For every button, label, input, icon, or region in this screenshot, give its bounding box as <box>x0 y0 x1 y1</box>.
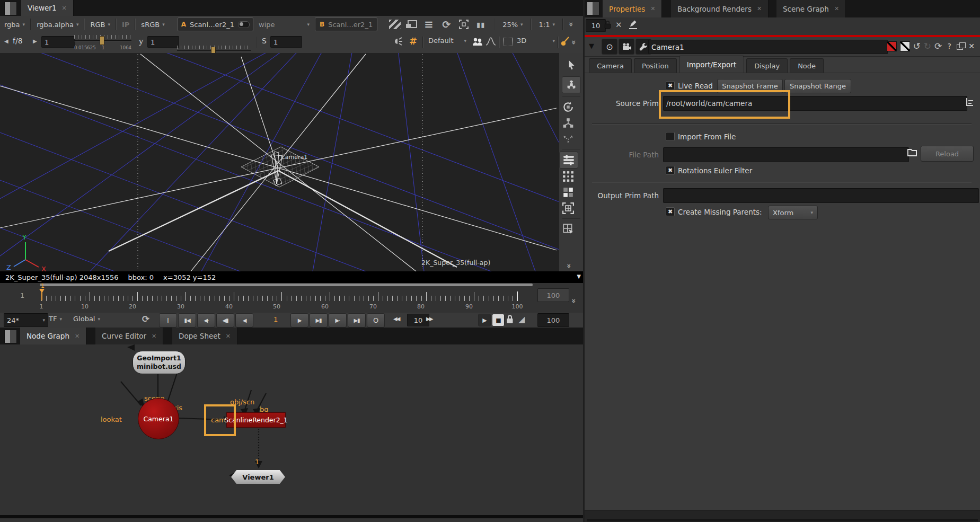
horizontal-scrollbar[interactable] <box>587 519 978 521</box>
camera-icon[interactable] <box>619 39 634 55</box>
viewer-lut-select[interactable]: Default▾ <box>428 37 466 45</box>
layer-select[interactable]: rgba▾ <box>4 21 25 29</box>
center-node-icon[interactable]: ⊙ <box>602 39 617 55</box>
pixel-aspect-select[interactable]: 1:1▾ <box>537 21 557 29</box>
gain-input[interactable]: 1 <box>41 36 75 48</box>
node-color-swatch[interactable] <box>887 41 897 51</box>
select-tool-icon[interactable] <box>562 57 580 73</box>
tab-node[interactable]: Node <box>790 58 824 73</box>
playback-range-end-box[interactable]: 100 <box>537 313 569 327</box>
collapse-panel-icon[interactable]: ▼ <box>589 42 594 50</box>
render-stop-icon[interactable]: ■ <box>492 314 505 326</box>
color-sample-wand-icon[interactable] <box>561 36 570 47</box>
gain-slider[interactable]: 0.015625 1 1064 <box>74 34 131 45</box>
tab-dope-sheet[interactable]: Dope Sheet ✕ <box>172 328 237 344</box>
lock-range-icon[interactable] <box>506 314 514 324</box>
translate-tool-icon[interactable] <box>562 76 581 93</box>
close-icon[interactable]: ✕ <box>61 5 66 12</box>
view-mode-select[interactable]: 3D▾ <box>517 37 555 45</box>
timeline-mode-select[interactable]: TF▾ <box>49 315 62 323</box>
node-geoimport1[interactable]: GeoImport1 minibot.usd <box>133 351 186 374</box>
frame-decrement-icon[interactable]: ◀◀ <box>393 316 399 322</box>
panel-menu-icon[interactable] <box>4 2 17 15</box>
go-start-button[interactable]: ▮◀ <box>178 313 196 328</box>
tab-node-graph[interactable]: Node Graph ✕ <box>20 328 86 344</box>
input-process-toggle[interactable]: IP <box>122 21 129 29</box>
refresh-icon[interactable]: ⟳ <box>440 19 453 30</box>
curve-overlay-icon[interactable] <box>485 37 496 46</box>
range-end-box[interactable]: 100 <box>537 288 569 302</box>
sliders-panel-icon[interactable] <box>559 152 578 169</box>
close-icon[interactable]: ✕ <box>650 5 655 12</box>
tab-curve-editor[interactable]: Curve Editor ✕ <box>95 328 163 344</box>
timeline-ruler[interactable]: 1 <box>40 288 520 302</box>
gain-next-icon[interactable]: ▶ <box>33 38 37 44</box>
prev-keyframe-button[interactable]: ◀· <box>197 313 215 328</box>
saturation-input[interactable]: 1 <box>270 36 302 48</box>
output-prim-input[interactable] <box>663 188 979 203</box>
snapshot-range-button[interactable]: Snapshot Range <box>784 79 851 93</box>
set-in-button[interactable]: I <box>159 313 177 328</box>
step-back-button[interactable]: ◀▮ <box>216 313 234 328</box>
timeline-scrollbar[interactable] <box>40 284 533 286</box>
wireframe-toggle-icon[interactable]: # <box>409 36 417 47</box>
undo-icon[interactable]: ↺ <box>913 41 921 51</box>
split-view-icon[interactable] <box>559 184 577 200</box>
euler-filter-checkbox[interactable]: ✖ <box>666 166 675 175</box>
stack-mode-icon[interactable]: ≡ <box>423 19 435 30</box>
prim-browser-icon[interactable] <box>965 97 975 108</box>
fps-select[interactable]: 24*▾ <box>4 313 48 327</box>
node-camera1[interactable]: Camera1 <box>138 398 179 439</box>
tab-camera[interactable]: Camera <box>589 58 632 73</box>
play-backward-button[interactable]: ◀ <box>235 313 253 328</box>
tab-position[interactable]: Position <box>634 58 677 73</box>
close-panel-icon[interactable]: ✕ <box>968 42 975 50</box>
grid-warp-icon[interactable] <box>559 169 577 184</box>
toolbar2-overflow-icon[interactable]: » <box>570 40 578 45</box>
panel-menu-icon[interactable] <box>4 330 17 343</box>
headlamp-icon[interactable] <box>393 37 404 46</box>
close-icon[interactable]: ✕ <box>834 5 839 12</box>
proxy-mode-icon[interactable] <box>389 20 401 29</box>
timeline-overflow-icon[interactable]: » <box>570 298 578 303</box>
status-expand-icon[interactable]: ▼ <box>577 273 581 279</box>
marquee-mode-icon[interactable] <box>504 38 513 46</box>
tab-properties[interactable]: Properties ✕ <box>603 0 662 17</box>
edit-node-icon[interactable] <box>629 20 637 29</box>
frame-increment-icon[interactable]: ▶▶ <box>426 316 432 322</box>
stereo-views-icon[interactable] <box>472 37 483 47</box>
layout-select-icon[interactable] <box>559 221 577 237</box>
tab-background-renders[interactable]: Background Renders ✕ <box>671 0 769 17</box>
redo-icon[interactable]: ↻ <box>924 41 931 51</box>
import-from-file-checkbox[interactable] <box>666 132 675 141</box>
live-read-checkbox[interactable]: ✖ <box>666 81 675 90</box>
tab-viewer1[interactable]: Viewer1 ✕ <box>21 0 74 16</box>
help-icon[interactable]: ? <box>945 42 953 50</box>
wipe-mode-select[interactable]: wipe▾ <box>259 21 310 29</box>
current-frame[interactable]: 1 <box>273 315 278 323</box>
channel-display-select[interactable]: RGB▾ <box>90 21 110 29</box>
node-name-input[interactable]: Camera1 <box>648 40 888 54</box>
gain-prev-icon[interactable]: ◀ <box>4 38 8 44</box>
alpha-layer-select[interactable]: rgba.alpha▾ <box>37 21 78 29</box>
node-viewer1[interactable]: Viewer1 <box>231 470 285 484</box>
gain-gamma-panel-icon[interactable] <box>406 20 418 29</box>
nodegraph-canvas[interactable]: scene axis lookat obj/scn bg cam 1 GeoIm… <box>0 344 583 515</box>
go-end-button[interactable]: ▶▮ <box>348 313 366 328</box>
toolbar-overflow-icon[interactable]: » <box>567 22 576 26</box>
float-panel-icon[interactable] <box>957 42 965 50</box>
close-icon[interactable]: ✕ <box>75 333 80 340</box>
ramp-icon[interactable]: ◢ <box>518 314 525 324</box>
tab-display[interactable]: Display <box>746 58 788 73</box>
roi-icon[interactable] <box>458 19 470 30</box>
parent-type-select[interactable]: Xform ▾ <box>768 206 818 219</box>
close-icon[interactable]: ✕ <box>152 333 156 340</box>
play-button[interactable]: ▶ <box>290 313 308 328</box>
viewport-3d[interactable]: Camera1 Y Z X 2K_Super_35(full-ap) <box>0 53 583 271</box>
toolbar-more-icon[interactable]: » <box>565 263 573 268</box>
lock-panels-icon[interactable] <box>604 20 612 30</box>
file-path-input[interactable] <box>663 147 909 162</box>
step-forward-button[interactable]: ▶▮ <box>310 313 328 328</box>
rotate-tool-icon[interactable] <box>559 99 577 115</box>
tab-import-export[interactable]: Import/Export <box>679 56 745 73</box>
